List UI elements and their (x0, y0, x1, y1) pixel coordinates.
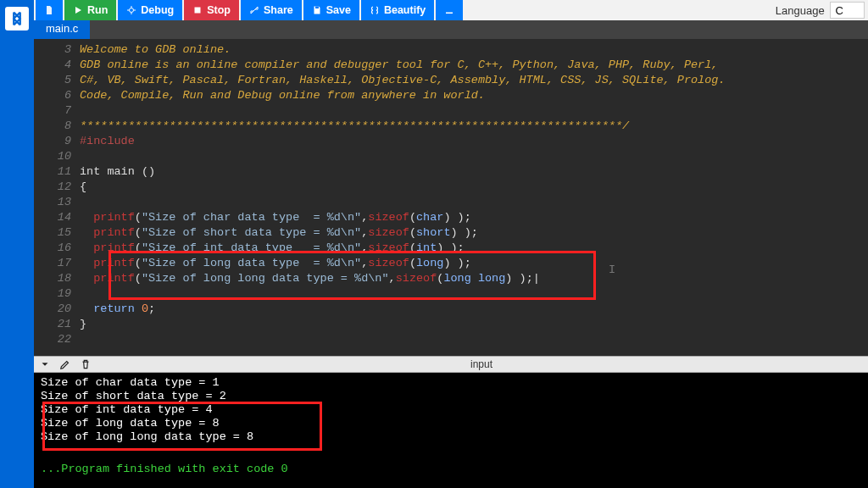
debug-label: Debug (141, 4, 174, 16)
svg-point-0 (130, 8, 134, 13)
line-gutter: 345678910111213141516171819202122 (34, 39, 80, 356)
svg-rect-5 (195, 8, 201, 14)
text-cursor-icon: I (609, 263, 615, 276)
tab-bar: main.c (34, 20, 868, 39)
console-line: Size of long long data type = 8 (41, 430, 861, 444)
trash-icon[interactable] (80, 358, 92, 370)
toolbar: Run Debug Stop Share Save Beautify Langu… (34, 0, 868, 20)
console-line: Size of char data type = 1 (41, 376, 861, 390)
edit-icon[interactable] (59, 358, 71, 370)
console-line: Size of short data type = 2 (41, 390, 861, 403)
console-line: Size of long data type = 8 (41, 417, 861, 430)
console-line: Size of int data type = 4 (41, 403, 861, 417)
output-console[interactable]: Size of char data type = 1Size of short … (34, 373, 868, 488)
run-button[interactable]: Run (64, 0, 116, 20)
panel-toolbar: input (34, 356, 868, 373)
share-button[interactable]: Share (241, 0, 302, 20)
input-tab-label[interactable]: input (100, 358, 863, 370)
console-finish: ...Program finished with exit code 0 (41, 463, 861, 475)
chevron-down-icon[interactable] (39, 358, 51, 370)
beautify-button[interactable]: Beautify (361, 0, 434, 20)
download-button[interactable] (436, 0, 463, 20)
new-file-button[interactable] (36, 0, 63, 20)
debug-button[interactable]: Debug (118, 0, 182, 20)
stop-label: Stop (207, 4, 231, 16)
language-label: Language (776, 4, 825, 17)
code-area[interactable]: Welcome to GDB online.GDB online is an o… (80, 39, 868, 356)
share-label: Share (264, 4, 293, 16)
tab-main-c[interactable]: main.c (34, 20, 90, 39)
code-editor[interactable]: 345678910111213141516171819202122 Welcom… (34, 39, 868, 356)
save-label: Save (326, 4, 351, 16)
svg-rect-6 (315, 7, 319, 9)
stop-button[interactable]: Stop (184, 0, 239, 20)
logo-icon (5, 7, 29, 30)
language-select[interactable]: C (830, 2, 865, 19)
save-button[interactable]: Save (303, 0, 359, 20)
beautify-label: Beautify (384, 4, 426, 16)
left-rail (0, 0, 34, 488)
run-label: Run (87, 4, 108, 16)
